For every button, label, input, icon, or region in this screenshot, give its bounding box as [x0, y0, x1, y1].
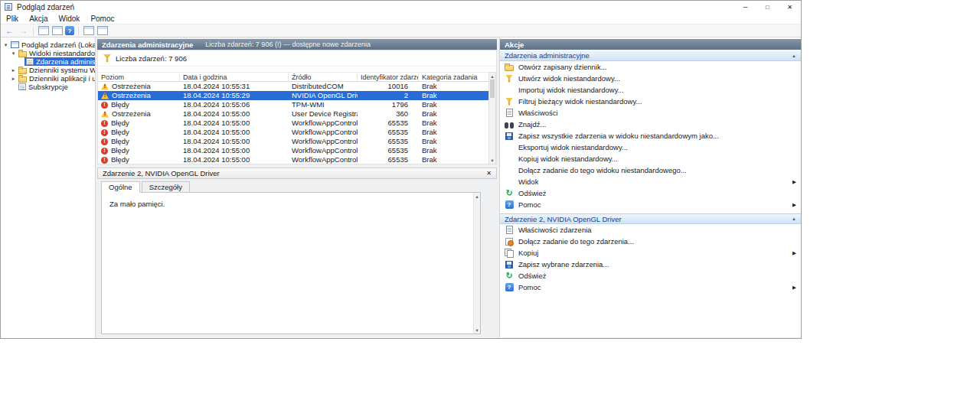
action-item[interactable]: Właściwości zdarzenia: [500, 224, 801, 236]
action-item[interactable]: ↻Odśwież: [500, 187, 801, 199]
level-label: Ostrzeżenia: [112, 82, 151, 91]
action-item[interactable]: ?Pomoc▶: [500, 281, 801, 293]
action-item[interactable]: Znajdź...: [500, 119, 801, 130]
event-row[interactable]: Błędy18.04.2024 10:55:06TPM-WMI1796Brak: [98, 100, 496, 109]
column-header[interactable]: Data i godzina: [180, 73, 289, 81]
level-label: Błędy: [111, 119, 129, 128]
scroll-up-icon[interactable]: ▲: [474, 193, 480, 200]
event-list-scrollbar[interactable]: ▲ ▼: [488, 72, 496, 164]
action-item[interactable]: Dołącz zadanie do tego zdarzenia...: [500, 236, 801, 247]
action-item[interactable]: Kopiuj widok niestandardowy...: [500, 153, 801, 164]
scroll-thumb[interactable]: [490, 80, 495, 98]
column-header[interactable]: Źródło: [289, 73, 358, 81]
action-item[interactable]: Importuj widok niestandardowy...: [500, 84, 801, 96]
event-row[interactable]: Błędy18.04.2024 10:55:00WorkflowAppContr…: [98, 128, 496, 137]
tree-item-body: Podgląd zdarzeń (Lokalny): [9, 41, 95, 49]
expander-icon[interactable]: ▸: [10, 66, 17, 74]
action-icon-slot: [505, 166, 514, 175]
menu-item[interactable]: Plik: [1, 15, 24, 23]
action-section-header[interactable]: Zdarzenie 2, NVIDIA OpenGL Driver▲: [500, 213, 801, 224]
action-item[interactable]: Zapisz wszystkie zdarzenia w widoku nies…: [500, 130, 801, 142]
tree-item[interactable]: Subskrypcje: [1, 83, 95, 91]
warning-icon: [101, 93, 109, 99]
level-cell: Ostrzeżenia: [98, 91, 180, 100]
action-item[interactable]: Filtruj bieżący widok niestandardowy...: [500, 96, 801, 107]
error-icon: [101, 120, 108, 127]
export-list-icon[interactable]: [51, 26, 63, 36]
minimize-button[interactable]: ─: [734, 1, 756, 13]
back-icon[interactable]: ←: [4, 26, 15, 36]
tree-item[interactable]: ▾Widoki niestandardowe: [1, 49, 95, 57]
level-label: Błędy: [111, 137, 129, 146]
action-item[interactable]: Zapisz wybrane zdarzenia...: [500, 259, 801, 270]
action-item[interactable]: Otwórz zapisany dziennik...: [500, 61, 801, 73]
action-icon-slot: [505, 120, 514, 129]
preview-pane-icon[interactable]: [96, 26, 108, 36]
date-cell: 18.04.2024 10:55:06: [180, 100, 289, 109]
detail-scrollbar[interactable]: ▲ ▼: [473, 193, 480, 334]
event-viewer-window: Podgląd zdarzeń ─ □ ✕ PlikAkcjaWidokPomo…: [0, 0, 802, 339]
expander-icon[interactable]: ▾: [10, 49, 17, 57]
tree-item[interactable]: ▸Dzienniki systemu Windows: [1, 66, 95, 74]
event-row[interactable]: Błędy18.04.2024 10:55:00WorkflowAppContr…: [98, 146, 496, 155]
tab-general[interactable]: Ogólne: [101, 181, 140, 193]
action-icon-slot: [505, 132, 514, 141]
show-console-tree-icon[interactable]: [38, 26, 49, 36]
actions-pane: Akcje Zdarzenia administracyjne▲Otwórz z…: [499, 37, 801, 337]
action-item[interactable]: Kopiuj▶: [500, 247, 801, 259]
scroll-track[interactable]: [489, 98, 495, 157]
event-viewer-app-icon: [5, 3, 12, 11]
action-item[interactable]: Właściwości: [500, 107, 801, 119]
collapse-icon[interactable]: ▲: [792, 54, 796, 58]
close-button[interactable]: ✕: [779, 1, 801, 13]
action-item[interactable]: Dołącz zadanie do tego widoku niestandar…: [500, 164, 801, 176]
tree-item[interactable]: Zdarzenia administracyjne: [1, 57, 95, 66]
column-header[interactable]: Kategoria zadania: [419, 73, 496, 81]
category-cell: Brak: [419, 137, 496, 146]
action-icon-slot: [505, 109, 514, 118]
category-cell: Brak: [419, 109, 496, 119]
close-preview-icon[interactable]: ✕: [486, 170, 492, 177]
action-item-label: Eksportuj widok niestandardowy...: [518, 143, 628, 151]
menu-item[interactable]: Pomoc: [85, 15, 119, 23]
expander-icon[interactable]: ▾: [2, 41, 9, 49]
event-row[interactable]: Ostrzeżenia18.04.2024 10:55:00User Devic…: [98, 109, 496, 119]
action-item[interactable]: ↻Odśwież: [500, 270, 801, 281]
forward-icon[interactable]: →: [18, 26, 29, 36]
properties-icon: [506, 226, 513, 234]
action-item[interactable]: Eksportuj widok niestandardowy...: [500, 142, 801, 153]
show-action-pane-icon[interactable]: [83, 26, 94, 36]
titlebar[interactable]: Podgląd zdarzeń ─ □ ✕: [1, 1, 801, 13]
source-cell: NVIDIA OpenGL Driver: [289, 91, 358, 100]
scroll-up-icon[interactable]: ▲: [489, 73, 495, 80]
scroll-down-icon[interactable]: ▼: [474, 327, 480, 334]
action-item[interactable]: ?Pomoc▶: [500, 199, 801, 210]
menu-item[interactable]: Akcja: [24, 15, 53, 23]
action-item-label: Odśwież: [518, 189, 546, 197]
event-row[interactable]: Błędy18.04.2024 10:55:00WorkflowAppContr…: [98, 155, 496, 164]
maximize-button[interactable]: □: [756, 1, 779, 13]
event-row[interactable]: Błędy18.04.2024 10:55:00WorkflowAppContr…: [98, 137, 496, 146]
event-row[interactable]: Błędy18.04.2024 10:55:00WorkflowAppContr…: [98, 119, 496, 128]
event-row[interactable]: Ostrzeżenia18.04.2024 10:55:31Distribute…: [98, 82, 496, 91]
collapse-icon[interactable]: ▲: [792, 216, 796, 221]
help-icon[interactable]: ?: [65, 26, 74, 35]
date-cell: 18.04.2024 10:55:31: [180, 82, 289, 91]
action-section-header[interactable]: Zdarzenia administracyjne▲: [500, 50, 801, 61]
expander-icon[interactable]: ▸: [10, 74, 17, 83]
level-label: Błędy: [111, 100, 129, 109]
scroll-track[interactable]: [474, 200, 480, 327]
menu-item[interactable]: Widok: [54, 15, 86, 23]
action-item[interactable]: Utwórz widok niestandardowy...: [500, 73, 801, 84]
column-header[interactable]: Poziom: [98, 73, 180, 81]
submenu-arrow-icon: ▶: [792, 179, 796, 185]
action-item-label: Widok: [518, 177, 538, 186]
action-item[interactable]: Widok▶: [500, 176, 801, 187]
tree-item[interactable]: ▸Dzienniki aplikacji i usług: [1, 74, 95, 83]
tab-details[interactable]: Szczegóły: [142, 181, 190, 193]
column-header[interactable]: Identyfikator zdarzenia: [358, 73, 419, 81]
scroll-down-icon[interactable]: ▼: [489, 157, 495, 164]
event-row[interactable]: Ostrzeżenia18.04.2024 10:55:29NVIDIA Ope…: [98, 91, 496, 100]
tree-item[interactable]: ▾Podgląd zdarzeń (Lokalny): [1, 41, 95, 49]
tree-item-body: Dzienniki aplikacji i usług: [17, 74, 95, 83]
